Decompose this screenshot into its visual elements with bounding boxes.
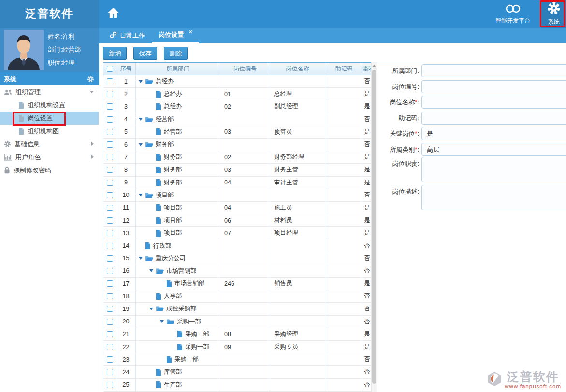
row-checkbox[interactable] (107, 129, 113, 135)
scroll-up-arrow-icon[interactable] (372, 65, 376, 67)
scrollbar-thumb[interactable] (372, 70, 376, 384)
caret-down-icon[interactable] (139, 143, 145, 146)
row-checkbox[interactable] (107, 319, 113, 325)
row-checkbox[interactable] (107, 280, 113, 287)
table-row[interactable]: 8财务部03财务主管是 (103, 164, 372, 176)
post-duty-textarea[interactable] (421, 157, 566, 182)
table-row[interactable]: 21采购一部08采购经理是 (103, 328, 372, 341)
row-checkbox[interactable] (107, 293, 113, 299)
dept-input[interactable] (421, 64, 566, 77)
row-checkbox[interactable] (107, 382, 113, 388)
add-button[interactable]: 新增 (103, 47, 127, 60)
table-row[interactable]: 11项目部04施工员是 (103, 202, 372, 214)
key-post-cell: 是 (363, 328, 372, 341)
post-desc-textarea[interactable] (421, 185, 566, 210)
table-row[interactable]: 16市场营销部否 (103, 265, 372, 278)
tab-daily-work[interactable]: 日常工作 (103, 28, 152, 43)
post-name-input[interactable] (421, 96, 566, 109)
row-checkbox[interactable] (107, 356, 113, 363)
row-checkbox[interactable] (107, 192, 113, 198)
sidebar: 泛普软件 姓名:许利 部门:经营部 职位:经理 系统 组织管理组织机构设置岗位设… (0, 0, 99, 392)
table-row[interactable]: 10项目部否 (103, 189, 372, 202)
sidebar-item-force-change-password[interactable]: 强制修改密码 (0, 164, 99, 177)
caret-down-icon[interactable] (139, 118, 145, 121)
row-checkbox[interactable] (107, 369, 113, 375)
row-checkbox[interactable] (107, 230, 113, 236)
table-row[interactable]: 22采购一部09采购专员是 (103, 341, 372, 353)
checkbox-cell (103, 151, 116, 164)
table-row[interactable]: 18人事部否 (103, 290, 372, 303)
delete-button[interactable]: 删除 (164, 47, 188, 60)
mnemonic-cell (325, 113, 363, 126)
home-icon[interactable] (107, 6, 120, 21)
table-scrollbar[interactable] (371, 62, 377, 392)
post-code-input[interactable] (421, 80, 566, 93)
row-checkbox[interactable] (107, 255, 113, 262)
watermark-url: www.fanpusoft.com (505, 383, 561, 389)
row-checkbox[interactable] (107, 331, 113, 337)
key-post-input[interactable]: 是 (421, 127, 566, 140)
table-row[interactable]: 24库管部否 (103, 366, 372, 378)
sidebar-item-post-setup[interactable]: 岗位设置 (0, 112, 99, 125)
close-icon[interactable]: × (189, 28, 192, 35)
table-row[interactable]: 6财务部否 (103, 139, 372, 151)
sidebar-item-org-chart[interactable]: 组织机构图 (0, 125, 99, 138)
caret-down-icon[interactable] (149, 308, 156, 310)
row-number-cell: 11 (116, 202, 136, 214)
chevron-down-icon[interactable] (90, 91, 94, 93)
table-row[interactable]: 4经营部否 (103, 113, 372, 126)
table-row[interactable]: 23采购二部否 (103, 353, 372, 366)
row-checkbox[interactable] (107, 306, 113, 312)
table-row[interactable]: 17市场营销部246销售员是 (103, 278, 372, 290)
caret-down-icon[interactable] (160, 320, 166, 323)
row-checkbox[interactable] (107, 91, 113, 97)
mnemonic-input[interactable] (421, 112, 566, 125)
select-all-checkbox[interactable] (107, 66, 113, 72)
sidebar-item-basic-info[interactable]: 基础信息 (0, 138, 99, 151)
caret-down-icon[interactable] (149, 269, 156, 272)
table-row[interactable]: 12项目部06材料员是 (103, 214, 372, 227)
row-checkbox[interactable] (107, 205, 113, 211)
save-button[interactable]: 保存 (133, 47, 157, 60)
chevron-right-icon[interactable] (91, 155, 94, 159)
caret-down-icon[interactable] (139, 80, 145, 83)
row-checkbox[interactable] (107, 154, 113, 160)
table-row[interactable]: 5经营部03预算员是 (103, 126, 372, 139)
table-row[interactable]: 19成控采购部否 (103, 303, 372, 315)
row-checkbox[interactable] (107, 344, 113, 350)
sidebar-section-header[interactable]: 系统 (0, 72, 99, 85)
table-row[interactable]: 14行政部否 (103, 239, 372, 252)
sidebar-item-org-structure-setup[interactable]: 组织机构设置 (0, 98, 99, 112)
caret-down-icon[interactable] (139, 257, 145, 260)
table-row[interactable]: 1总经办否 (103, 75, 372, 88)
position-code-cell: 08 (220, 328, 270, 341)
chevron-right-icon[interactable] (91, 142, 94, 146)
table-row[interactable]: 7财务部02财务部经理是 (103, 151, 372, 164)
department-tree-cell: 人事部 (136, 290, 220, 303)
row-checkbox[interactable] (107, 141, 113, 148)
row-checkbox[interactable] (107, 167, 113, 173)
row-checkbox[interactable] (107, 78, 113, 84)
table-row[interactable]: 3总经办02副总经理是 (103, 100, 372, 113)
row-checkbox[interactable] (107, 268, 113, 274)
table-row[interactable]: 20采购一部否 (103, 316, 372, 328)
row-checkbox[interactable] (107, 243, 113, 249)
dev-platform-button[interactable]: 智能开发平台 (490, 4, 536, 25)
sidebar-item-user-role[interactable]: 用户角色 (0, 151, 99, 164)
category-input[interactable]: 高层 (421, 143, 566, 156)
table-row[interactable]: 25生产部否 (103, 379, 372, 392)
key-post-cell: 是 (363, 227, 372, 239)
field-label: 助记码: (377, 112, 419, 125)
mnemonic-cell (325, 139, 363, 151)
sidebar-item-org-management[interactable]: 组织管理 (0, 85, 99, 98)
row-checkbox[interactable] (107, 116, 113, 123)
row-checkbox[interactable] (107, 217, 113, 224)
table-row[interactable]: 9财务部04审计主管是 (103, 177, 372, 189)
table-row[interactable]: 2总经办01总经理是 (103, 88, 372, 100)
tab-post-setup[interactable]: 岗位设置× (152, 28, 199, 43)
table-row[interactable]: 13项目部07项目经理是 (103, 227, 372, 239)
row-checkbox[interactable] (107, 180, 113, 186)
table-row[interactable]: 15重庆分公司否 (103, 252, 372, 265)
row-checkbox[interactable] (107, 103, 113, 110)
caret-down-icon[interactable] (139, 194, 145, 196)
